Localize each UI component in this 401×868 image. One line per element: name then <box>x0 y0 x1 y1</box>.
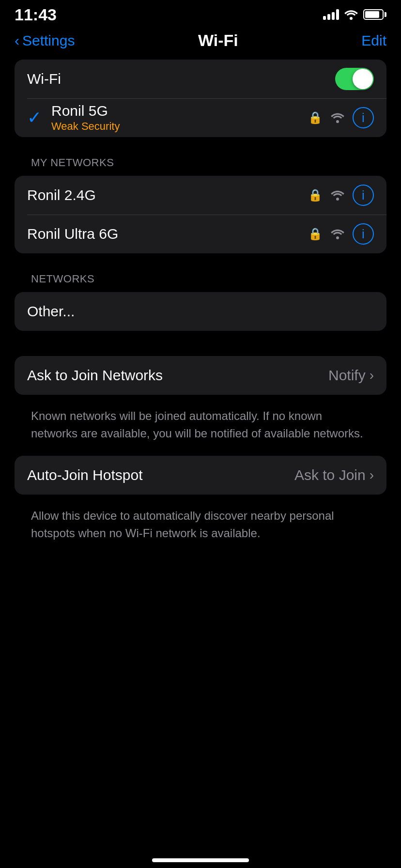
wifi-toggle-row: Wi-Fi <box>15 60 386 98</box>
status-icons <box>323 9 386 20</box>
wifi-icon-1 <box>330 228 345 240</box>
other-networks-row[interactable]: Other... <box>15 292 386 331</box>
back-label: Settings <box>22 32 75 49</box>
auto-join-label: Auto-Join Hotspot <box>27 467 294 483</box>
wifi-signal-icon <box>330 112 345 124</box>
network-row-1[interactable]: Ronil Ultra 6G 🔒 i <box>15 215 386 253</box>
network-icons-0: 🔒 i <box>308 185 374 206</box>
back-chevron-icon: ‹ <box>15 33 19 48</box>
network-row-0[interactable]: Ronil 2.4G 🔒 i <box>15 176 386 215</box>
auto-join-row[interactable]: Auto-Join Hotspot Ask to Join › <box>15 456 386 495</box>
status-time: 11:43 <box>15 5 57 24</box>
wifi-icon-0 <box>330 189 345 201</box>
edit-button[interactable]: Edit <box>361 32 386 49</box>
ask-to-join-row[interactable]: Ask to Join Networks Notify › <box>15 356 386 395</box>
connected-network-row[interactable]: ✓ Ronil 5G Weak Security 🔒 i <box>15 98 386 137</box>
svg-point-3 <box>336 236 339 239</box>
network-name-0: Ronil 2.4G <box>27 187 308 203</box>
network-name-1: Ronil Ultra 6G <box>27 226 308 242</box>
signal-bars-icon <box>323 9 339 20</box>
page-title: Wi-Fi <box>198 31 238 50</box>
network-info-button-1[interactable]: i <box>353 223 374 245</box>
checkmark-icon: ✓ <box>27 108 42 128</box>
ask-to-join-value: Notify › <box>328 367 374 384</box>
networks-header: NETWORKS <box>15 273 386 285</box>
wifi-toggle[interactable] <box>335 68 374 90</box>
svg-point-0 <box>350 17 353 20</box>
signal-bar-1 <box>323 16 326 20</box>
wifi-label: Wi-Fi <box>27 71 335 87</box>
auto-join-description: Allow this device to automatically disco… <box>15 500 386 556</box>
wifi-toggle-group: Wi-Fi ✓ Ronil 5G Weak Security 🔒 i <box>15 60 386 137</box>
back-button[interactable]: ‹ Settings <box>15 32 75 49</box>
wifi-status-icon <box>344 9 358 20</box>
lock-icon: 🔒 <box>308 111 323 124</box>
ask-to-join-chevron-icon: › <box>370 368 374 383</box>
svg-point-1 <box>336 120 339 123</box>
auto-join-group: Auto-Join Hotspot Ask to Join › <box>15 456 386 495</box>
connected-network-info: Ronil 5G Weak Security <box>51 103 308 133</box>
networks-group: Other... <box>15 292 386 331</box>
signal-bar-2 <box>327 14 330 20</box>
home-indicator <box>152 858 249 862</box>
connected-network-sublabel: Weak Security <box>51 120 308 133</box>
connected-network-name: Ronil 5G <box>51 103 308 119</box>
network-info-button-0[interactable]: i <box>353 185 374 206</box>
my-networks-group: Ronil 2.4G 🔒 i Ronil Ultra 6G 🔒 <box>15 176 386 253</box>
ask-to-join-description: Known networks will be joined automatica… <box>15 401 386 456</box>
lock-icon-0: 🔒 <box>308 188 323 202</box>
signal-bar-4 <box>336 9 339 20</box>
my-networks-header: MY NETWORKS <box>15 156 386 169</box>
other-networks-label: Other... <box>27 303 374 320</box>
status-bar: 11:43 <box>0 0 401 26</box>
lock-icon-1: 🔒 <box>308 227 323 241</box>
signal-bar-3 <box>332 12 335 20</box>
connected-network-icons: 🔒 i <box>308 107 374 128</box>
ask-to-join-group: Ask to Join Networks Notify › <box>15 356 386 395</box>
connected-network-info-button[interactable]: i <box>353 107 374 128</box>
toggle-knob <box>353 69 373 89</box>
auto-join-value-text: Ask to Join <box>294 467 366 483</box>
battery-icon <box>363 9 386 20</box>
ask-to-join-value-text: Notify <box>328 367 366 384</box>
main-content: Wi-Fi ✓ Ronil 5G Weak Security 🔒 i <box>0 60 401 556</box>
network-icons-1: 🔒 i <box>308 223 374 245</box>
ask-to-join-label: Ask to Join Networks <box>27 367 328 384</box>
nav-bar: ‹ Settings Wi-Fi Edit <box>0 26 401 60</box>
auto-join-chevron-icon: › <box>370 467 374 483</box>
auto-join-value: Ask to Join › <box>294 467 374 483</box>
svg-point-2 <box>336 198 339 201</box>
